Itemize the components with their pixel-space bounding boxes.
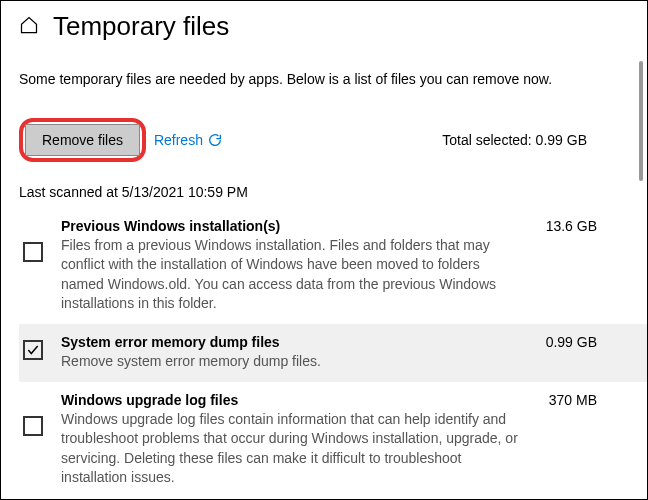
check-icon bbox=[26, 343, 40, 357]
item-title: System error memory dump files bbox=[61, 334, 280, 350]
last-scanned-label: Last scanned at 5/13/2021 10:59 PM bbox=[19, 184, 647, 200]
item-size: 370 MB bbox=[549, 392, 597, 408]
remove-button-highlight: Remove files bbox=[19, 118, 146, 162]
total-selected-label: Total selected: 0.99 GB bbox=[442, 132, 587, 148]
checkbox[interactable] bbox=[23, 416, 43, 436]
page-title: Temporary files bbox=[53, 11, 229, 42]
refresh-icon bbox=[207, 132, 223, 148]
list-item[interactable]: Previous Windows installation(s) 13.6 GB… bbox=[19, 208, 647, 324]
refresh-label: Refresh bbox=[154, 132, 203, 148]
item-description: Files from a previous Windows installati… bbox=[61, 236, 521, 314]
scrollbar[interactable] bbox=[639, 61, 643, 181]
home-icon[interactable] bbox=[19, 15, 39, 38]
item-title: Windows upgrade log files bbox=[61, 392, 238, 408]
list-item[interactable]: Windows upgrade log files 370 MB Windows… bbox=[19, 382, 647, 498]
item-size: 0.99 GB bbox=[546, 334, 597, 350]
page-header: Temporary files bbox=[19, 11, 647, 42]
refresh-link[interactable]: Refresh bbox=[154, 132, 223, 148]
item-description: Remove system error memory dump files. bbox=[61, 352, 521, 372]
item-title: Previous Windows installation(s) bbox=[61, 218, 280, 234]
page-description: Some temporary files are needed by apps.… bbox=[19, 70, 579, 90]
list-item[interactable]: System error memory dump files 0.99 GB R… bbox=[19, 324, 647, 382]
item-description: Windows upgrade log files contain inform… bbox=[61, 410, 521, 488]
item-size: 13.6 GB bbox=[546, 218, 597, 234]
file-list: Previous Windows installation(s) 13.6 GB… bbox=[19, 208, 647, 498]
checkbox[interactable] bbox=[23, 340, 43, 360]
checkbox[interactable] bbox=[23, 242, 43, 262]
remove-files-button[interactable]: Remove files bbox=[25, 124, 140, 156]
actions-row: Remove files Refresh Total selected: 0.9… bbox=[19, 118, 647, 162]
